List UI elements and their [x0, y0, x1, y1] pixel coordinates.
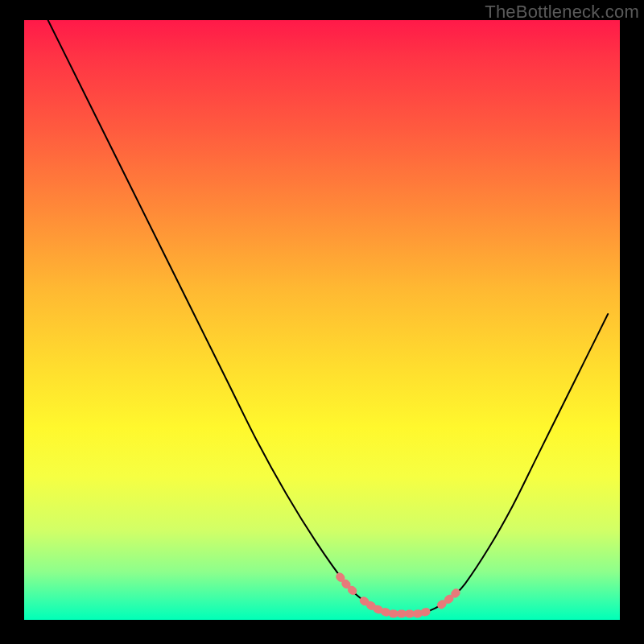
series-highlight-left: [340, 576, 357, 596]
series-highlight-flat: [364, 601, 429, 613]
chart-overlay: [24, 20, 620, 620]
watermark-text: TheBottleneck.com: [485, 2, 639, 23]
chart-container: TheBottleneck.com: [0, 0, 644, 644]
series-curve: [48, 20, 609, 614]
plot-area: [24, 20, 620, 620]
series-highlight-right: [441, 590, 459, 605]
